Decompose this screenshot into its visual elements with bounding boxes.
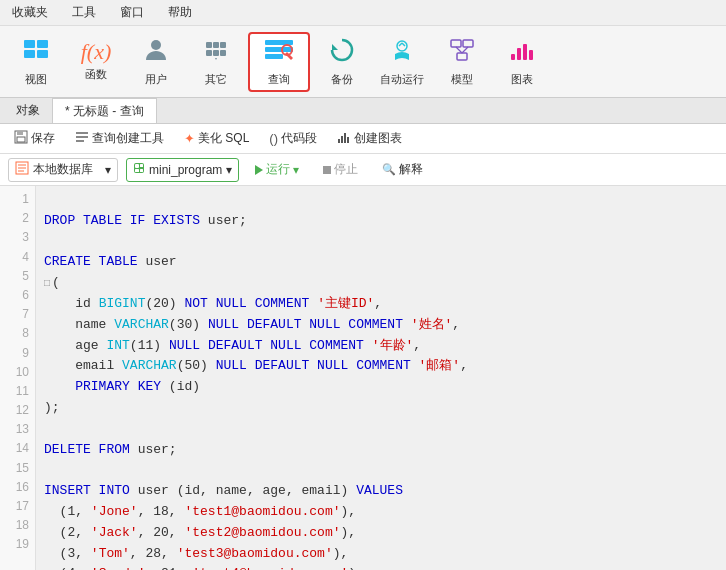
svg-rect-45 — [140, 164, 143, 167]
view-icon — [22, 36, 50, 68]
query-builder-label: 查询创建工具 — [92, 130, 164, 147]
svg-rect-31 — [17, 137, 25, 142]
tool-model[interactable]: 模型 — [434, 32, 490, 92]
tab-objects-label: 对象 — [16, 102, 40, 119]
tool-func[interactable]: f(x) 函数 — [68, 32, 124, 92]
svg-rect-0 — [24, 40, 35, 48]
mini-program-label: mini_program — [149, 163, 222, 177]
stop-button[interactable]: 停止 — [315, 159, 366, 180]
svg-line-19 — [402, 43, 405, 46]
tab-bar: 对象 * 无标题 - 查询 — [0, 98, 726, 124]
mini-program-chevron: ▾ — [226, 163, 232, 177]
menu-bar: 收藏夹 工具 窗口 帮助 — [0, 0, 726, 26]
backup-icon — [328, 36, 356, 68]
svg-rect-9 — [213, 50, 219, 56]
svg-line-24 — [462, 47, 468, 53]
tool-other[interactable]: 其它 — [188, 32, 244, 92]
code-snippet-button[interactable]: () 代码段 — [263, 128, 323, 149]
svg-rect-5 — [206, 42, 212, 48]
line-numbers: 1 2 3 4 5 6 7 8 9 10 11 12 13 14 15 16 1… — [0, 186, 36, 570]
toolbar: 视图 f(x) 函数 用户 其它 查询 备份 自动运行 — [0, 26, 726, 98]
svg-marker-16 — [332, 44, 338, 50]
func-icon: f(x) — [81, 41, 112, 63]
beautify-icon: ✦ — [184, 131, 195, 146]
menu-window[interactable]: 窗口 — [116, 2, 148, 23]
svg-rect-44 — [135, 164, 139, 168]
code-text[interactable]: DROP TABLE IF EXISTS user; CREATE TABLE … — [36, 186, 726, 570]
svg-rect-20 — [451, 40, 461, 47]
svg-rect-30 — [17, 131, 23, 135]
create-chart-label: 创建图表 — [354, 130, 402, 147]
tool-view[interactable]: 视图 — [8, 32, 64, 92]
svg-rect-13 — [265, 54, 283, 59]
explain-label: 解释 — [399, 161, 423, 178]
tool-func-label: 函数 — [85, 67, 107, 82]
svg-rect-25 — [511, 54, 515, 60]
svg-rect-12 — [265, 47, 293, 52]
tool-autorun[interactable]: 自动运行 — [374, 32, 430, 92]
tool-backup-label: 备份 — [331, 72, 353, 87]
tool-query[interactable]: 查询 — [248, 32, 310, 92]
tab-objects[interactable]: 对象 — [4, 98, 53, 123]
tab-query[interactable]: * 无标题 - 查询 — [53, 98, 157, 123]
code-snippet-icon: () — [269, 131, 278, 146]
tab-query-label: * 无标题 - 查询 — [65, 103, 144, 120]
model-icon — [448, 36, 476, 68]
svg-rect-35 — [338, 139, 340, 143]
run-icon — [255, 165, 263, 175]
code-editor[interactable]: 1 2 3 4 5 6 7 8 9 10 11 12 13 14 15 16 1… — [0, 186, 726, 570]
svg-line-18 — [399, 43, 402, 46]
svg-rect-3 — [37, 50, 48, 58]
svg-rect-33 — [76, 136, 88, 138]
action-bar: 保存 查询创建工具 ✦ 美化 SQL () 代码段 创建图表 — [0, 124, 726, 154]
menu-tools[interactable]: 工具 — [68, 2, 100, 23]
explain-button[interactable]: 🔍 解释 — [374, 159, 431, 180]
db-bar: 本地数据库 ▾ mini_program ▾ 运行 ▾ 停止 🔍 解释 — [0, 154, 726, 186]
query-builder-button[interactable]: 查询创建工具 — [69, 128, 170, 149]
svg-rect-32 — [76, 132, 88, 134]
tool-chart[interactable]: 图表 — [494, 32, 550, 92]
svg-rect-21 — [463, 40, 473, 47]
svg-rect-26 — [517, 48, 521, 60]
tool-query-label: 查询 — [268, 72, 290, 87]
beautify-label: 美化 SQL — [198, 130, 249, 147]
svg-rect-27 — [523, 44, 527, 60]
menu-favorites[interactable]: 收藏夹 — [8, 2, 52, 23]
tool-model-label: 模型 — [451, 72, 473, 87]
save-button[interactable]: 保存 — [8, 128, 61, 149]
user-icon — [142, 36, 170, 68]
query-builder-icon — [75, 130, 89, 147]
local-db-label: 本地数据库 — [33, 161, 93, 178]
svg-rect-6 — [213, 42, 219, 48]
create-chart-button[interactable]: 创建图表 — [331, 128, 408, 149]
svg-rect-2 — [24, 50, 35, 58]
local-db-icon — [15, 161, 29, 178]
svg-rect-22 — [457, 53, 467, 60]
tool-other-label: 其它 — [205, 72, 227, 87]
svg-line-23 — [456, 47, 462, 53]
tool-user-label: 用户 — [145, 72, 167, 87]
tool-user[interactable]: 用户 — [128, 32, 184, 92]
local-db-chevron: ▾ — [105, 163, 111, 177]
autorun-icon — [388, 36, 416, 68]
explain-icon: 🔍 — [382, 163, 396, 176]
svg-point-4 — [151, 40, 161, 50]
stop-icon — [323, 166, 331, 174]
svg-rect-46 — [140, 169, 143, 172]
tool-backup[interactable]: 备份 — [314, 32, 370, 92]
beautify-sql-button[interactable]: ✦ 美化 SQL — [178, 128, 255, 149]
mini-program-selector[interactable]: mini_program ▾ — [126, 158, 239, 182]
svg-rect-7 — [220, 42, 226, 48]
svg-rect-36 — [341, 136, 343, 143]
code-snippet-label: 代码段 — [281, 130, 317, 147]
run-label: 运行 — [266, 161, 290, 178]
svg-rect-1 — [37, 40, 48, 48]
stop-label: 停止 — [334, 161, 358, 178]
svg-rect-37 — [344, 133, 346, 143]
run-button[interactable]: 运行 ▾ — [247, 159, 307, 180]
local-db-selector[interactable]: 本地数据库 ▾ — [8, 158, 118, 182]
svg-rect-8 — [206, 50, 212, 56]
save-label: 保存 — [31, 130, 55, 147]
menu-help[interactable]: 帮助 — [164, 2, 196, 23]
query-icon — [263, 36, 295, 68]
